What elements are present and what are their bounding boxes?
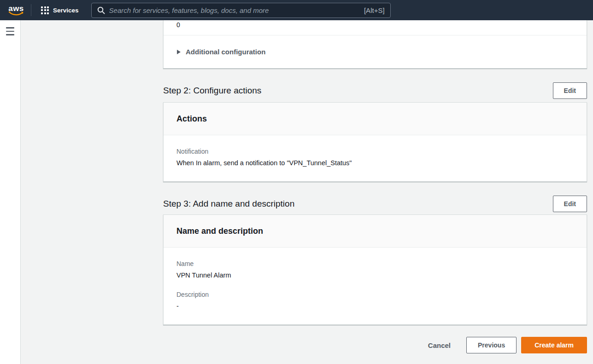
name-label: Name xyxy=(176,260,574,267)
step3-header-row: Step 3: Add name and description Edit xyxy=(163,196,587,212)
aws-logo-smile-icon xyxy=(8,12,24,16)
side-navigation-panel xyxy=(0,20,21,364)
alarm-review-wizard: 0 Additional configuration Step 2: Confi… xyxy=(163,20,587,359)
search-icon xyxy=(97,6,105,14)
cancel-button[interactable]: Cancel xyxy=(428,341,451,349)
name-field: Name VPN Tunnel Alarm xyxy=(176,260,574,279)
services-menu[interactable]: Services xyxy=(31,0,85,20)
actions-card-body: Notification When In alarm, send a notif… xyxy=(164,135,587,181)
previous-button[interactable]: Previous xyxy=(466,337,517,353)
description-field: Description - xyxy=(176,291,574,310)
name-value: VPN Tunnel Alarm xyxy=(176,272,574,279)
wizard-footer-actions: Cancel Previous Create alarm xyxy=(163,337,587,359)
notification-field: Notification When In alarm, send a notif… xyxy=(176,148,574,167)
description-label: Description xyxy=(176,291,574,298)
services-grid-icon xyxy=(41,6,49,14)
actions-card-title: Actions xyxy=(164,103,587,135)
aws-logo[interactable]: aws xyxy=(0,5,31,16)
main-content: 0 Additional configuration Step 2: Confi… xyxy=(21,20,593,364)
name-description-card-body: Name VPN Tunnel Alarm Description - xyxy=(164,248,587,324)
top-navigation-bar: aws Services Search for services, featur… xyxy=(0,0,593,20)
search-bar[interactable]: Search for services, features, blogs, do… xyxy=(91,3,391,18)
caret-right-icon xyxy=(177,50,181,54)
name-description-card-title: Name and description xyxy=(164,215,587,248)
step2-heading: Step 2: Configure actions xyxy=(163,86,261,96)
step2-edit-button[interactable]: Edit xyxy=(553,82,587,99)
name-description-card: Name and description Name VPN Tunnel Ala… xyxy=(163,214,587,325)
services-menu-label: Services xyxy=(53,7,79,14)
create-alarm-button[interactable]: Create alarm xyxy=(521,337,587,353)
search-input-placeholder: Search for services, features, blogs, do… xyxy=(109,6,359,14)
notification-value: When In alarm, send a notification to "V… xyxy=(176,159,574,167)
actions-card: Actions Notification When In alarm, send… xyxy=(163,102,587,182)
description-value: - xyxy=(176,302,574,310)
notification-label: Notification xyxy=(176,148,574,155)
datapoints-value: 0 xyxy=(164,20,587,35)
search-shortcut-hint: [Alt+S] xyxy=(364,6,385,14)
step3-heading: Step 3: Add name and description xyxy=(163,199,294,209)
hamburger-menu-icon[interactable] xyxy=(6,27,14,35)
additional-configuration-toggle[interactable]: Additional configuration xyxy=(164,35,587,68)
step3-edit-button[interactable]: Edit xyxy=(553,196,587,212)
step2-header-row: Step 2: Configure actions Edit xyxy=(163,82,587,99)
additional-configuration-label: Additional configuration xyxy=(186,48,265,56)
metric-conditions-card: 0 Additional configuration xyxy=(163,20,587,69)
